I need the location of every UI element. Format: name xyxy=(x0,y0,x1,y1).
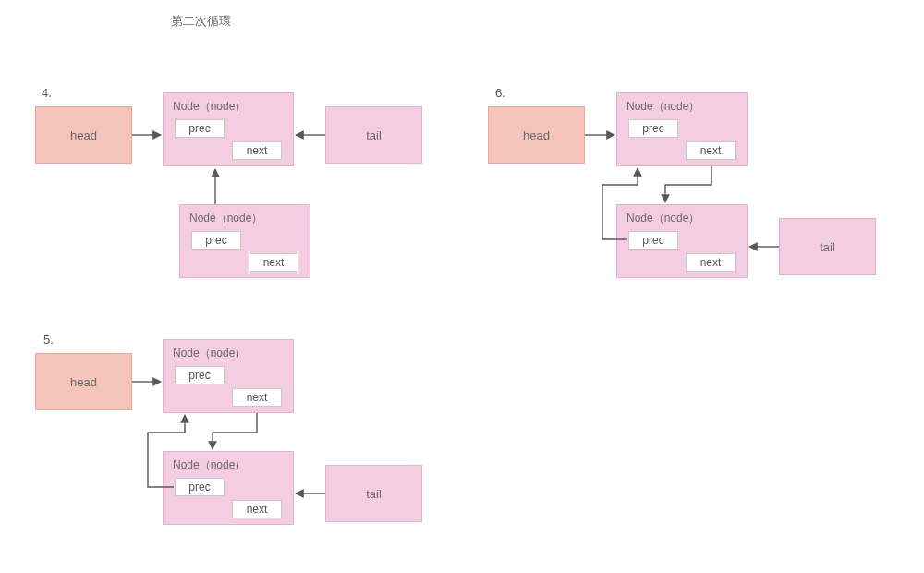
head-box-4: head xyxy=(35,106,132,164)
head-label: head xyxy=(70,128,97,142)
prec-slot: prec xyxy=(175,119,225,138)
node-box-5b: Node（node） prec next xyxy=(163,451,294,525)
prec-slot: prec xyxy=(628,231,678,250)
tail-box-5: tail xyxy=(325,465,422,522)
step-number-4: 4. xyxy=(42,86,52,100)
tail-label: tail xyxy=(820,240,835,254)
node-box-4b: Node（node） prec next xyxy=(179,204,310,278)
arrow-next-5a-down xyxy=(213,413,257,449)
head-label: head xyxy=(70,375,97,389)
prec-slot: prec xyxy=(628,119,678,138)
head-box-6: head xyxy=(488,106,585,164)
node-box-5a: Node（node） prec next xyxy=(163,339,294,413)
prec-slot: prec xyxy=(191,231,241,250)
step-number-5: 5. xyxy=(43,333,54,347)
diagram-page: 第二次循環 4. head Node（node） prec next tail … xyxy=(0,0,924,573)
node-title: Node（node） xyxy=(173,99,246,115)
next-slot: next xyxy=(232,141,282,160)
tail-label: tail xyxy=(366,487,382,501)
tail-label: tail xyxy=(366,128,382,142)
tail-box-6: tail xyxy=(779,218,876,275)
prec-slot: prec xyxy=(175,478,225,496)
tail-box-4: tail xyxy=(325,106,422,164)
arrow-next-6a-down xyxy=(665,166,711,202)
arrows-layer xyxy=(0,0,924,573)
prec-slot: prec xyxy=(175,366,225,384)
node-box-4a: Node（node） prec next xyxy=(163,92,294,166)
head-label: head xyxy=(523,128,550,142)
next-slot: next xyxy=(232,388,282,407)
node-box-6b: Node（node） prec next xyxy=(616,204,748,278)
node-title: Node（node） xyxy=(173,346,246,361)
node-title: Node（node） xyxy=(626,99,699,115)
next-slot: next xyxy=(249,253,298,272)
next-slot: next xyxy=(686,141,736,160)
node-title: Node（node） xyxy=(189,211,262,226)
step-number-6: 6. xyxy=(495,86,505,100)
head-box-5: head xyxy=(35,353,132,410)
next-slot: next xyxy=(686,253,736,272)
node-title: Node（node） xyxy=(626,211,699,226)
node-box-6a: Node（node） prec next xyxy=(616,92,748,166)
next-slot: next xyxy=(232,500,282,518)
node-title: Node（node） xyxy=(173,457,246,473)
page-title: 第二次循環 xyxy=(171,13,231,30)
